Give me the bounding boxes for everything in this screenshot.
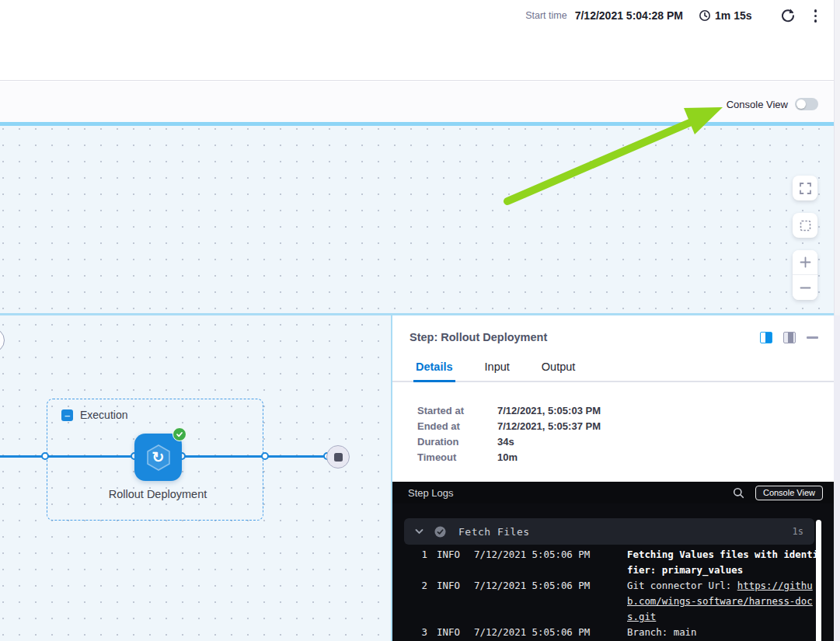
log-console[interactable]: Fetch Files 1s 1 INFO 7/12/2021 5:05:06 …	[392, 503, 834, 641]
console-view-label: Console View	[727, 99, 788, 110]
step-details-list: Started at 7/12/2021, 5:05:03 PM Ended a…	[417, 403, 601, 465]
elapsed-duration: 1m 15s	[715, 9, 751, 22]
zoom-out-icon[interactable]	[793, 275, 817, 300]
detail-row-ended-at: Ended at 7/12/2021, 5:05:37 PM	[417, 419, 601, 434]
more-options-kebab-icon[interactable]	[811, 8, 821, 24]
log-message-prefix: Git connector Url:	[627, 580, 737, 591]
canvas-zoom-controls	[793, 176, 817, 300]
logs-console-view-button[interactable]: Console View	[755, 486, 823, 500]
log-group-duration: 1s	[793, 526, 803, 537]
pipeline-end-node[interactable]	[326, 445, 350, 469]
panel-scrollbar-track[interactable]	[834, 315, 840, 641]
log-entry: 2 INFO 7/12/2021 5:05:06 PM Git connecto…	[392, 578, 834, 625]
log-entry: 1 INFO 7/12/2021 5:05:06 PM Fetching Val…	[392, 547, 834, 578]
search-logs-icon[interactable]	[733, 487, 744, 499]
tab-details[interactable]: Details	[413, 359, 455, 382]
success-check-icon	[173, 427, 186, 441]
fit-to-screen-icon[interactable]	[793, 213, 817, 238]
panel-tabs: Details Input Output	[392, 359, 834, 382]
refresh-button[interactable]	[780, 8, 796, 23]
chevron-down-icon[interactable]	[415, 528, 423, 535]
execution-group-label: Execution	[80, 409, 127, 421]
fullscreen-icon[interactable]	[793, 176, 817, 200]
start-time-label: Start time	[525, 10, 567, 21]
step-details-panel: Step: Rollout Deployment Details Input O…	[391, 315, 834, 641]
minimize-panel-icon[interactable]	[807, 336, 818, 339]
start-time-value: 7/12/2021 5:04:28 PM	[575, 9, 683, 22]
panel-title: Step: Rollout Deployment	[410, 331, 547, 343]
log-scrollbar-thumb[interactable]	[816, 520, 821, 641]
console-view-toggle[interactable]	[795, 98, 818, 110]
panel-view-icon[interactable]	[783, 332, 796, 343]
step-node-label: Rollout Deployment	[88, 486, 228, 503]
collapse-group-icon[interactable]: –	[61, 409, 73, 421]
split-view-icon[interactable]	[760, 332, 772, 343]
step-logs-bar: Step Logs Console View	[392, 482, 834, 503]
connector-dot	[41, 452, 49, 460]
log-entries: 1 INFO 7/12/2021 5:05:06 PM Fetching Val…	[392, 547, 834, 640]
rollout-deployment-step-node[interactable]: ↻	[134, 434, 182, 481]
top-header: Start time 7/12/2021 5:04:28 PM 1m 15s	[0, 0, 840, 81]
clock-icon	[699, 9, 711, 22]
tab-output[interactable]: Output	[539, 359, 578, 381]
log-group-success-icon	[434, 526, 446, 538]
tab-input[interactable]: Input	[483, 359, 512, 381]
detail-row-timeout: Timeout 10m	[417, 450, 601, 465]
detail-row-duration: Duration 34s	[417, 434, 601, 450]
graph-toolbar: Console View	[0, 82, 840, 122]
detail-row-started-at: Started at 7/12/2021, 5:05:03 PM	[417, 403, 601, 419]
step-logs-title: Step Logs	[408, 487, 454, 499]
rollout-refresh-icon: ↻	[152, 450, 165, 465]
zoom-in-icon[interactable]	[793, 250, 817, 275]
log-entry: 3 INFO 7/12/2021 5:05:06 PM Branch: main	[392, 625, 834, 640]
connector-dot	[261, 452, 269, 460]
log-group-fetch-files[interactable]: Fetch Files 1s	[404, 518, 814, 545]
log-group-name: Fetch Files	[458, 526, 530, 538]
